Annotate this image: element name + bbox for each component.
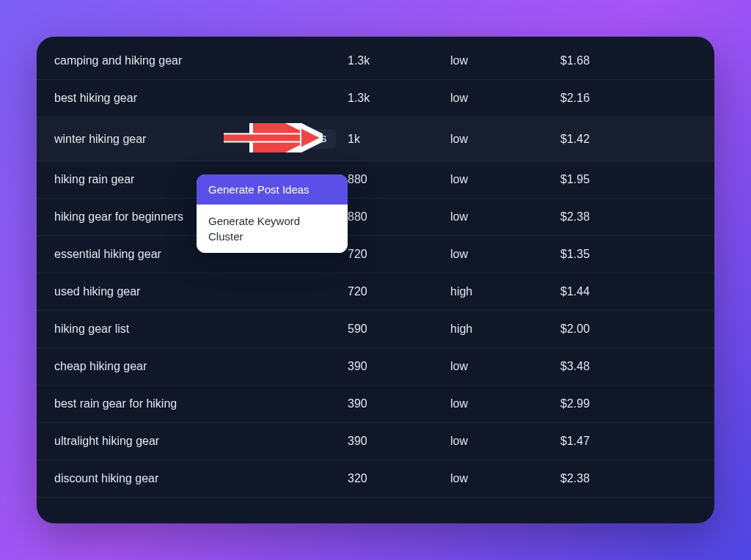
competition-cell: low xyxy=(450,133,560,146)
volume-cell: 320 xyxy=(348,472,450,485)
volume-cell: 880 xyxy=(348,173,450,186)
keyword-cell: cheap hiking gear xyxy=(54,360,348,373)
table-row[interactable]: hiking gear list590high$2.00 xyxy=(37,311,714,348)
table-row[interactable]: used hiking gear720high$1.44 xyxy=(37,273,714,311)
keyword-cell: ultralight hiking gear xyxy=(54,435,348,448)
keyword-cell: best hiking gear xyxy=(54,92,348,105)
keyword-cell: hiking gear list xyxy=(54,323,348,336)
cpc-cell: $2.00 xyxy=(560,323,697,336)
volume-cell: 390 xyxy=(348,360,450,373)
keyword-text: best hiking gear xyxy=(54,92,137,105)
table-row[interactable]: best rain gear for hiking390low$2.99 xyxy=(37,386,714,423)
cpc-cell: $2.38 xyxy=(560,210,697,224)
competition-cell: low xyxy=(450,210,560,224)
cpc-cell: $1.44 xyxy=(560,285,697,298)
keyword-cell: used hiking gear xyxy=(54,285,348,298)
competition-cell: low xyxy=(450,173,560,186)
dropdown-item[interactable]: Generate Keyword Cluster xyxy=(197,205,348,253)
keyword-text: ultralight hiking gear xyxy=(54,435,159,448)
competition-cell: low xyxy=(450,360,560,373)
volume-cell: 720 xyxy=(348,285,450,298)
keyword-text: best rain gear for hiking xyxy=(54,397,177,410)
keyword-table-container: camping and hiking gear1.3klow$1.68best … xyxy=(37,37,714,523)
tools-dropdown-menu: Generate Post IdeasGenerate Keyword Clus… xyxy=(197,174,348,253)
svg-marker-3 xyxy=(301,128,321,148)
keyword-text: camping and hiking gear xyxy=(54,54,182,67)
table-row[interactable]: best hiking gear1.3klow$2.16 xyxy=(37,80,714,117)
keyword-text: hiking gear list xyxy=(54,323,129,336)
volume-cell: 720 xyxy=(348,248,450,261)
dropdown-item[interactable]: Generate Post Ideas xyxy=(197,174,348,205)
table-row[interactable]: discount hiking gear320low$2.38 xyxy=(37,460,714,498)
table-row[interactable]: camping and hiking gear1.3klow$1.68 xyxy=(37,43,714,80)
volume-cell: 390 xyxy=(348,397,450,410)
competition-cell: low xyxy=(450,397,560,410)
keyword-text: hiking rain gear xyxy=(54,173,134,186)
keyword-text: cheap hiking gear xyxy=(54,360,147,373)
cpc-cell: $1.47 xyxy=(560,435,697,448)
table-row[interactable]: ultralight hiking gear390low$1.47 xyxy=(37,423,714,460)
cpc-cell: $3.48 xyxy=(560,360,697,373)
competition-cell: low xyxy=(450,472,560,485)
table-row[interactable]: essential hiking gear720low$1.35 xyxy=(37,236,714,273)
keyword-text: winter hiking gear xyxy=(54,133,146,146)
volume-cell: 880 xyxy=(348,210,450,224)
volume-cell: 590 xyxy=(348,323,450,336)
competition-cell: low xyxy=(450,92,560,105)
cpc-cell: $1.95 xyxy=(560,173,697,186)
competition-cell: high xyxy=(450,323,560,336)
cpc-cell: $1.42 xyxy=(560,133,697,146)
volume-cell: 390 xyxy=(348,435,450,448)
volume-cell: 1.3k xyxy=(348,92,450,105)
keyword-cell: best rain gear for hiking xyxy=(54,397,348,410)
volume-cell: 1k xyxy=(348,133,450,146)
keyword-text: essential hiking gear xyxy=(54,248,161,261)
competition-cell: low xyxy=(450,248,560,261)
keyword-table: camping and hiking gear1.3klow$1.68best … xyxy=(37,43,714,498)
pointer-arrow-icon xyxy=(220,123,323,155)
table-row[interactable]: hiking rain gear880low$1.95 xyxy=(37,161,714,199)
competition-cell: low xyxy=(450,54,560,67)
keyword-text: used hiking gear xyxy=(54,285,140,298)
competition-cell: high xyxy=(450,285,560,298)
cpc-cell: $1.35 xyxy=(560,248,697,261)
cpc-cell: $2.38 xyxy=(560,472,697,485)
cpc-cell: $2.16 xyxy=(560,92,697,105)
table-row[interactable]: winter hiking gearTOOLS1klow$1.42 xyxy=(37,117,714,161)
competition-cell: low xyxy=(450,435,560,448)
table-row[interactable]: cheap hiking gear390low$3.48 xyxy=(37,348,714,386)
cpc-cell: $1.68 xyxy=(560,54,697,67)
cpc-cell: $2.99 xyxy=(560,397,697,410)
table-row[interactable]: hiking gear for beginners880low$2.38 xyxy=(37,199,714,236)
keyword-cell: discount hiking gear xyxy=(54,472,348,485)
volume-cell: 1.3k xyxy=(348,54,450,67)
keyword-text: hiking gear for beginners xyxy=(54,210,183,224)
keyword-text: discount hiking gear xyxy=(54,472,158,485)
keyword-cell: camping and hiking gear xyxy=(54,54,348,67)
